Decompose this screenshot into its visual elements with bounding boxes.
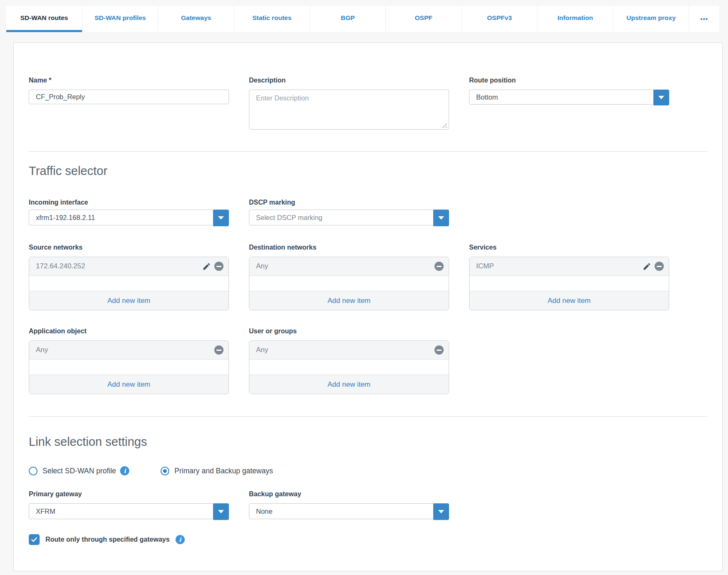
add-new-item-link[interactable]: Add new item [328, 380, 371, 389]
tab-upstream-proxy[interactable]: Upstream proxy [613, 6, 689, 32]
section-divider [29, 151, 707, 152]
services-listbox: ICMP Add new item [469, 257, 669, 310]
list-item: Any [249, 341, 449, 360]
services-group: Services ICMP Add new item [469, 243, 669, 310]
tab-gateways[interactable]: Gateways [158, 6, 234, 32]
tab-ospf[interactable]: OSPF [385, 6, 461, 32]
radio-primary-backup-gateways[interactable]: Primary and Backup gateways [161, 467, 273, 475]
incoming-interface-field-group: Incoming interface xfrm1-192.168.2.11 [29, 198, 229, 225]
primary-gateway-dropdown-button[interactable] [213, 503, 229, 520]
route-position-select[interactable]: Bottom [469, 90, 669, 105]
add-new-item-link[interactable]: Add new item [548, 297, 591, 305]
list-item-text: Any [256, 346, 434, 354]
remove-item-icon[interactable] [434, 262, 444, 271]
listbox-footer: Add new item [249, 375, 449, 394]
source-networks-listbox: 172.64.240.252 Add new item [29, 257, 229, 310]
backup-gateway-value: None [256, 508, 272, 515]
more-tabs-icon[interactable]: ••• [689, 6, 719, 32]
route-only-row: Route only through specified gateways i [29, 534, 707, 545]
list-item-text: Any [36, 346, 214, 354]
incoming-interface-select[interactable]: xfrm1-192.168.2.11 [29, 210, 229, 225]
chevron-down-icon [438, 510, 444, 513]
tab-ospfv3[interactable]: OSPFv3 [461, 6, 537, 32]
gateways-row: Primary gateway XFRM Backup gateway None [29, 490, 707, 519]
radio-button-selected-icon[interactable] [161, 467, 169, 475]
list-item-text: Any [256, 262, 434, 270]
name-label: Name * [29, 76, 229, 84]
primary-gateway-select[interactable]: XFRM [29, 503, 229, 519]
edit-pencil-icon[interactable] [202, 262, 211, 271]
traffic-selector-heading: Traffic selector [29, 164, 707, 178]
tab-bar: SD-WAN routes SD-WAN profiles Gateways S… [6, 6, 719, 32]
incoming-interface-dropdown-button[interactable] [213, 210, 229, 226]
link-selection-heading: Link selection settings [29, 435, 707, 448]
list-item: Any [29, 341, 228, 360]
listbox-footer: Add new item [29, 291, 228, 310]
user-or-groups-listbox: Any Add new item [249, 340, 449, 394]
incoming-interface-label: Incoming interface [29, 198, 229, 206]
backup-gateway-label: Backup gateway [249, 490, 449, 498]
primary-gateway-label: Primary gateway [29, 490, 229, 498]
source-networks-label: Source networks [29, 243, 229, 251]
list-item-text: 172.64.240.252 [36, 262, 202, 270]
tab-bgp[interactable]: BGP [310, 6, 386, 32]
route-only-label: Route only through specified gateways [45, 536, 170, 543]
checkmark-icon [30, 536, 38, 543]
list-item-text: ICMP [476, 262, 643, 270]
general-fields-row: Name * Description Route position Bottom [29, 76, 707, 131]
add-new-item-link[interactable]: Add new item [108, 297, 151, 305]
tab-static-routes[interactable]: Static routes [234, 6, 310, 32]
radio-label: Primary and Backup gateways [174, 467, 273, 475]
destination-networks-group: Destination networks Any Add new item [249, 243, 449, 310]
description-textarea[interactable] [249, 90, 449, 130]
list-item: 172.64.240.252 [29, 257, 228, 276]
remove-item-icon[interactable] [655, 262, 664, 271]
radio-select-sdwan-profile[interactable]: Select SD-WAN profile i [29, 466, 129, 475]
remove-item-icon[interactable] [214, 262, 223, 271]
route-only-checkbox[interactable] [29, 534, 40, 545]
backup-gateway-select[interactable]: None [249, 503, 449, 519]
edit-pencil-icon[interactable] [643, 262, 651, 271]
name-input[interactable] [29, 90, 229, 104]
interface-dscp-row: Incoming interface xfrm1-192.168.2.11 DS… [29, 198, 707, 225]
backup-gateway-field-group: Backup gateway None [249, 490, 449, 519]
radio-button-icon[interactable] [29, 467, 38, 475]
listbox-empty-area [249, 276, 449, 291]
list-item: Any [249, 257, 449, 276]
chevron-down-icon [658, 96, 664, 99]
listbox-empty-area [469, 276, 669, 291]
add-new-item-link[interactable]: Add new item [108, 380, 151, 389]
tab-sdwan-profiles[interactable]: SD-WAN profiles [82, 6, 158, 32]
application-object-listbox: Any Add new item [29, 340, 229, 394]
chevron-down-icon [218, 216, 224, 220]
services-label: Services [469, 243, 669, 251]
dscp-marking-field-group: DSCP marking Select DSCP marking [249, 198, 449, 225]
application-object-group: Application object Any Add new item [29, 327, 229, 394]
dscp-marking-value: Select DSCP marking [256, 214, 322, 222]
info-icon[interactable]: i [176, 535, 185, 544]
route-position-dropdown-button[interactable] [653, 90, 669, 105]
listbox-footer: Add new item [469, 291, 669, 310]
dscp-marking-dropdown-button[interactable] [433, 210, 449, 226]
sdwan-route-form-panel: Name * Description Route position Bottom… [13, 42, 723, 571]
info-icon[interactable]: i [120, 466, 129, 475]
dscp-marking-select[interactable]: Select DSCP marking [249, 210, 449, 225]
backup-gateway-dropdown-button[interactable] [433, 503, 449, 520]
link-selection-radio-row: Select SD-WAN profile i Primary and Back… [29, 466, 707, 475]
primary-gateway-value: XFRM [36, 508, 55, 515]
add-new-item-link[interactable]: Add new item [328, 297, 371, 305]
destination-networks-label: Destination networks [249, 243, 449, 251]
app-user-row: Application object Any Add new item User… [29, 327, 707, 394]
listbox-empty-area [29, 360, 228, 375]
route-position-label: Route position [469, 76, 669, 84]
route-position-value: Bottom [476, 93, 498, 101]
user-or-groups-label: User or groups [249, 327, 449, 335]
destination-networks-listbox: Any Add new item [249, 257, 449, 310]
name-field-group: Name * [29, 76, 229, 131]
remove-item-icon[interactable] [214, 345, 223, 355]
description-field-group: Description [249, 76, 449, 131]
listbox-footer: Add new item [249, 291, 449, 310]
remove-item-icon[interactable] [434, 345, 444, 355]
tab-information[interactable]: Information [537, 6, 613, 32]
tab-sdwan-routes[interactable]: SD-WAN routes [6, 6, 82, 32]
